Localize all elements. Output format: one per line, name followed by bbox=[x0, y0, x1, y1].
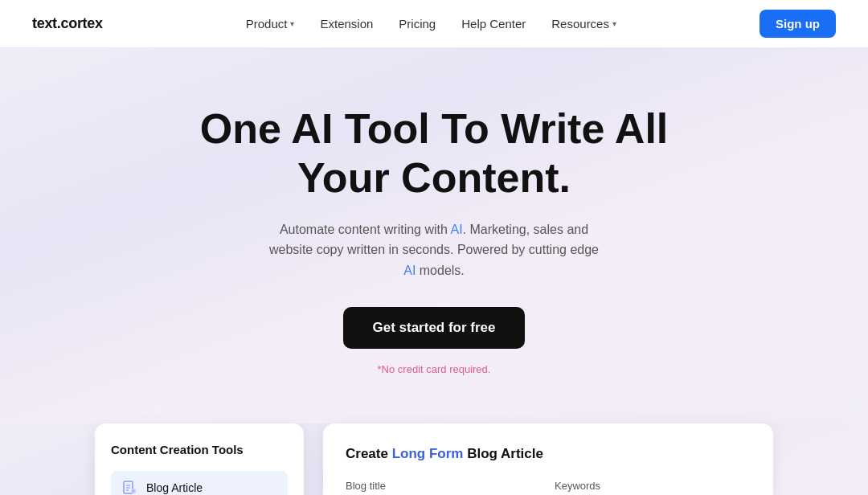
keywords-field: Keywords Hint: Type and press enter bbox=[555, 480, 751, 496]
tool-item-blog-article[interactable]: Blog Article bbox=[111, 471, 288, 496]
create-form-panel: Create Long Form Blog Article Blog title… bbox=[323, 423, 773, 496]
hero-subtitle: Automate content writing with AI. Market… bbox=[265, 219, 603, 281]
tools-panel: Content Creation Tools Blog Article bbox=[95, 423, 304, 496]
logo: text.cortex bbox=[32, 15, 103, 32]
form-row: Blog title ✓ Looks good! Keywords Hint: … bbox=[346, 480, 751, 496]
navbar: text.cortex Product ▾ Extension Pricing … bbox=[0, 0, 868, 48]
form-panel-title: Create Long Form Blog Article bbox=[346, 446, 751, 462]
doc-icon bbox=[121, 479, 138, 496]
nav-link-extension[interactable]: Extension bbox=[320, 17, 373, 31]
tool-label-blog-article: Blog Article bbox=[146, 481, 203, 494]
chevron-down-icon: ▾ bbox=[612, 19, 616, 28]
nav-link-pricing[interactable]: Pricing bbox=[399, 17, 436, 31]
nav-link-resources[interactable]: Resources ▾ bbox=[551, 17, 616, 31]
nav-link-help-center[interactable]: Help Center bbox=[461, 17, 526, 31]
hero-section: One AI Tool To Write All Your Content. A… bbox=[0, 48, 868, 423]
no-credit-card-note: *No credit card required. bbox=[32, 363, 836, 375]
chevron-down-icon: ▾ bbox=[290, 19, 294, 28]
nav-links: Product ▾ Extension Pricing Help Center … bbox=[246, 17, 616, 31]
get-started-button[interactable]: Get started for free bbox=[343, 307, 524, 349]
demo-section: Content Creation Tools Blog Article bbox=[0, 423, 868, 496]
nav-link-product[interactable]: Product ▾ bbox=[246, 17, 295, 31]
hero-title: One AI Tool To Write All Your Content. bbox=[161, 104, 707, 203]
blog-title-label: Blog title bbox=[346, 480, 542, 492]
signup-button[interactable]: Sign up bbox=[760, 10, 836, 38]
hero-cta-area: Get started for free *No credit card req… bbox=[32, 307, 836, 375]
keywords-label: Keywords bbox=[555, 480, 751, 492]
tools-panel-title: Content Creation Tools bbox=[111, 443, 288, 456]
blog-title-field: Blog title ✓ Looks good! bbox=[346, 480, 542, 496]
